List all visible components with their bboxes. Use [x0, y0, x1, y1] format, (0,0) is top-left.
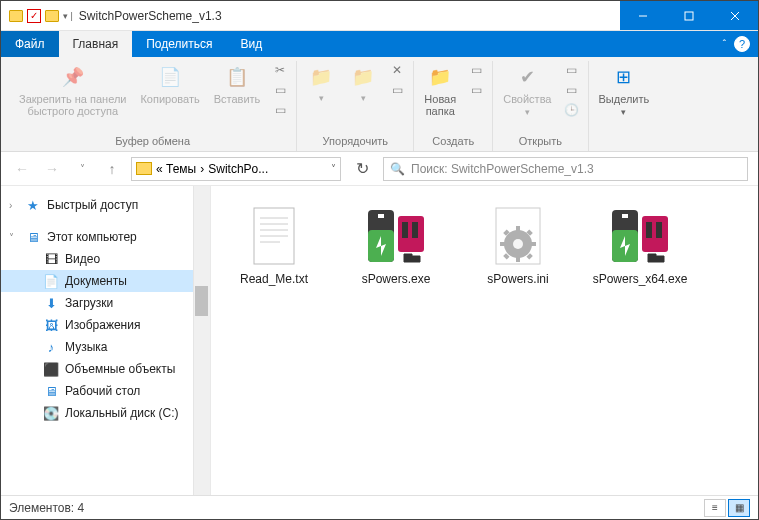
expand-icon[interactable]: ›	[9, 200, 12, 211]
chevron-down-icon[interactable]: ˅	[331, 163, 336, 174]
nav-label: Документы	[65, 274, 127, 288]
minimize-button[interactable]	[620, 1, 666, 30]
view-details-button[interactable]: ≡	[704, 499, 726, 517]
title-bar: ✓ ▾ | SwitchPowerScheme_v1.3	[1, 1, 758, 31]
recent-dropdown[interactable]: ˅	[71, 158, 93, 180]
nav-documents[interactable]: 📄 Документы	[1, 270, 210, 292]
search-icon: 🔍	[390, 162, 405, 176]
copy-icon: 📄	[156, 63, 184, 91]
tab-view[interactable]: Вид	[226, 31, 276, 57]
paste-icon: 📋	[223, 63, 251, 91]
group-create-label: Создать	[432, 133, 474, 151]
pin-icon: 📌	[59, 63, 87, 91]
breadcrumb-part[interactable]: « Темы	[156, 162, 196, 176]
pin-label: Закрепить на панели быстрого доступа	[19, 93, 126, 117]
rename-icon[interactable]: ▭	[387, 81, 407, 99]
forward-button[interactable]: →	[41, 158, 63, 180]
nav-label: Рабочий стол	[65, 384, 140, 398]
nav-pictures[interactable]: 🖼 Изображения	[1, 314, 210, 336]
nav-desktop[interactable]: 🖥 Рабочий стол	[1, 380, 210, 402]
document-icon: 📄	[43, 273, 59, 289]
tab-file[interactable]: Файл	[1, 31, 59, 57]
copy-button[interactable]: 📄 Копировать	[136, 61, 203, 107]
file-name: sPowers.exe	[362, 272, 431, 286]
download-icon: ⬇	[43, 295, 59, 311]
nav-music[interactable]: ♪ Музыка	[1, 336, 210, 358]
qat-dropdown-icon[interactable]: ▾ |	[63, 11, 73, 21]
file-item[interactable]: sPowers.exe	[345, 204, 447, 286]
svg-rect-19	[516, 226, 520, 232]
nav-label: Быстрый доступ	[47, 198, 138, 212]
select-button[interactable]: ⊞ Выделить ▾	[595, 61, 654, 119]
svg-rect-13	[398, 216, 424, 252]
cut-icon[interactable]: ✂	[270, 61, 290, 79]
address-bar: ← → ˅ ↑ « Темы › SwitchPo... ˅ ↻ 🔍 Поиск…	[1, 152, 758, 186]
refresh-button[interactable]: ↻	[349, 157, 375, 181]
svg-rect-21	[500, 242, 506, 246]
delete-icon[interactable]: ✕	[387, 61, 407, 79]
nav-disk-c[interactable]: 💽 Локальный диск (C:)	[1, 402, 210, 424]
pin-button[interactable]: 📌 Закрепить на панели быстрого доступа	[15, 61, 130, 119]
history-icon[interactable]: 🕒	[562, 101, 582, 119]
close-button[interactable]	[712, 1, 758, 30]
svg-rect-12	[378, 214, 384, 218]
new-folder-button[interactable]: 📁 Новая папка	[420, 61, 460, 119]
qat: ✓ ▾ |	[1, 9, 73, 23]
file-item[interactable]: sPowers.ini	[467, 204, 569, 286]
new-item-icon[interactable]: ▭	[466, 61, 486, 79]
move-button[interactable]: 📁 ▾	[303, 61, 339, 105]
back-button[interactable]: ←	[11, 158, 33, 180]
up-button[interactable]: ↑	[101, 158, 123, 180]
menu-bar: Файл Главная Поделиться Вид ˆ ?	[1, 31, 758, 57]
file-item[interactable]: sPowers_x64.exe	[589, 204, 691, 286]
nav-label: Музыка	[65, 340, 107, 354]
file-item[interactable]: Read_Me.txt	[223, 204, 325, 286]
easy-access-icon[interactable]: ▭	[466, 81, 486, 99]
breadcrumb-part[interactable]: SwitchPo...	[208, 162, 268, 176]
tab-share[interactable]: Поделиться	[132, 31, 226, 57]
ini-file-icon	[486, 204, 550, 268]
properties-button[interactable]: ✔ Свойства ▾	[499, 61, 555, 119]
nav-quick-access[interactable]: › ★ Быстрый доступ	[1, 194, 210, 216]
open-icon[interactable]: ▭	[562, 61, 582, 79]
nav-label: Изображения	[65, 318, 140, 332]
video-icon: 🎞	[43, 251, 59, 267]
new-folder-icon: 📁	[426, 63, 454, 91]
edit-icon[interactable]: ▭	[562, 81, 582, 99]
search-placeholder: Поиск: SwitchPowerScheme_v1.3	[411, 162, 594, 176]
help-icon[interactable]: ?	[734, 36, 750, 52]
maximize-button[interactable]	[666, 1, 712, 30]
exe-file-icon	[608, 204, 672, 268]
copy-to-button[interactable]: 📁 ▾	[345, 61, 381, 105]
nav-videos[interactable]: 🎞 Видео	[1, 248, 210, 270]
cube-icon: ⬛	[43, 361, 59, 377]
ribbon-collapse-icon[interactable]: ˆ	[723, 39, 726, 50]
scrollbar-thumb[interactable]	[195, 286, 208, 316]
search-input[interactable]: 🔍 Поиск: SwitchPowerScheme_v1.3	[383, 157, 748, 181]
chevron-right-icon[interactable]: ›	[200, 162, 204, 176]
nav-label: Локальный диск (C:)	[65, 406, 179, 420]
text-file-icon	[242, 204, 306, 268]
paste-button[interactable]: 📋 Вставить	[210, 61, 265, 107]
nav-downloads[interactable]: ⬇ Загрузки	[1, 292, 210, 314]
nav-label: Этот компьютер	[47, 230, 137, 244]
nav-this-pc[interactable]: ˅ 🖥 Этот компьютер	[1, 226, 210, 248]
checkbox-icon[interactable]: ✓	[27, 9, 41, 23]
breadcrumb[interactable]: « Темы › SwitchPo... ˅	[131, 157, 341, 181]
svg-rect-22	[530, 242, 536, 246]
tab-home[interactable]: Главная	[59, 31, 133, 57]
item-count: Элементов: 4	[9, 501, 84, 515]
nav-3d-objects[interactable]: ⬛ Объемные объекты	[1, 358, 210, 380]
scrollbar[interactable]	[193, 186, 210, 495]
star-icon: ★	[25, 197, 41, 213]
copy-path-icon[interactable]: ▭	[270, 81, 290, 99]
svg-rect-14	[402, 222, 408, 238]
collapse-icon[interactable]: ˅	[9, 232, 14, 243]
pc-icon: 🖥	[25, 229, 41, 245]
status-bar: Элементов: 4 ≡ ▦	[1, 495, 758, 519]
exe-file-icon	[364, 204, 428, 268]
paste-shortcut-icon[interactable]: ▭	[270, 101, 290, 119]
view-icons-button[interactable]: ▦	[728, 499, 750, 517]
file-name: Read_Me.txt	[240, 272, 308, 286]
group-open-label: Открыть	[519, 133, 562, 151]
